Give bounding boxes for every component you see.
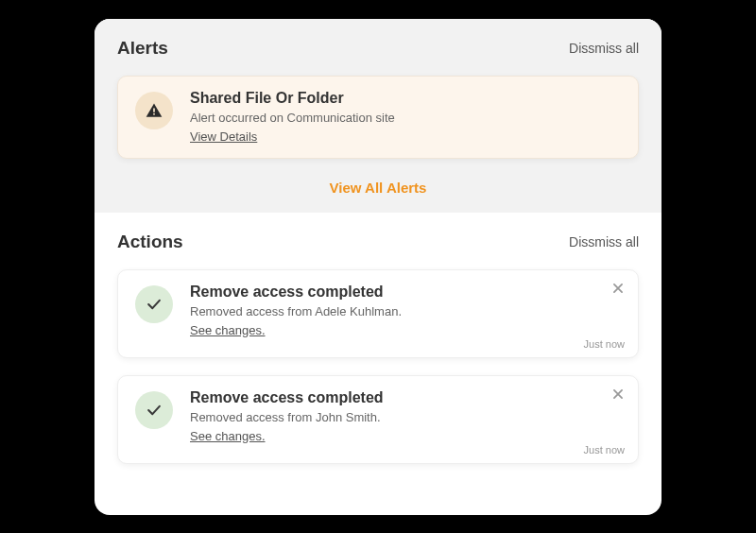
alert-card: Shared File Or Folder Alert occurred on …	[117, 76, 639, 159]
action-see-changes-link[interactable]: See changes.	[190, 323, 266, 337]
action-card: Remove access completed Removed access f…	[117, 269, 639, 358]
alerts-dismiss-all[interactable]: Dissmiss all	[569, 41, 639, 56]
close-icon[interactable]	[611, 387, 625, 401]
action-timestamp: Just now	[584, 444, 625, 456]
warning-icon	[135, 92, 173, 129]
alert-description: Alert occurred on Communication site	[190, 111, 621, 125]
action-card: Remove access completed Removed access f…	[117, 375, 639, 464]
action-description: Removed access from John Smith.	[190, 410, 621, 424]
action-see-changes-link[interactable]: See changes.	[190, 429, 266, 443]
actions-dismiss-all[interactable]: Dissmiss all	[569, 234, 639, 249]
svg-rect-1	[153, 112, 155, 114]
view-all-alerts-link[interactable]: View All Alerts	[117, 180, 639, 196]
alerts-section: Alerts Dissmiss all Shared File Or Folde…	[94, 19, 662, 213]
close-icon[interactable]	[611, 282, 625, 295]
action-timestamp: Just now	[584, 338, 625, 350]
action-title: Remove access completed	[190, 389, 621, 406]
success-icon	[135, 391, 173, 429]
actions-title: Actions	[117, 232, 183, 252]
action-content: Remove access completed Removed access f…	[190, 389, 621, 444]
actions-header: Actions Dissmiss all	[117, 232, 639, 252]
action-title: Remove access completed	[190, 284, 621, 301]
svg-rect-0	[153, 108, 155, 112]
alerts-header: Alerts Dissmiss all	[117, 38, 639, 59]
alert-content: Shared File Or Folder Alert occurred on …	[190, 90, 621, 145]
alert-title: Shared File Or Folder	[190, 90, 621, 107]
alerts-title: Alerts	[117, 38, 168, 59]
success-icon	[135, 285, 173, 323]
action-content: Remove access completed Removed access f…	[190, 284, 621, 338]
actions-section: Actions Dissmiss all Remove access compl…	[94, 213, 662, 498]
action-description: Removed access from Adele Kuhlman.	[190, 304, 621, 318]
alert-view-details-link[interactable]: View Details	[190, 129, 257, 144]
notifications-panel: Alerts Dissmiss all Shared File Or Folde…	[94, 19, 662, 515]
